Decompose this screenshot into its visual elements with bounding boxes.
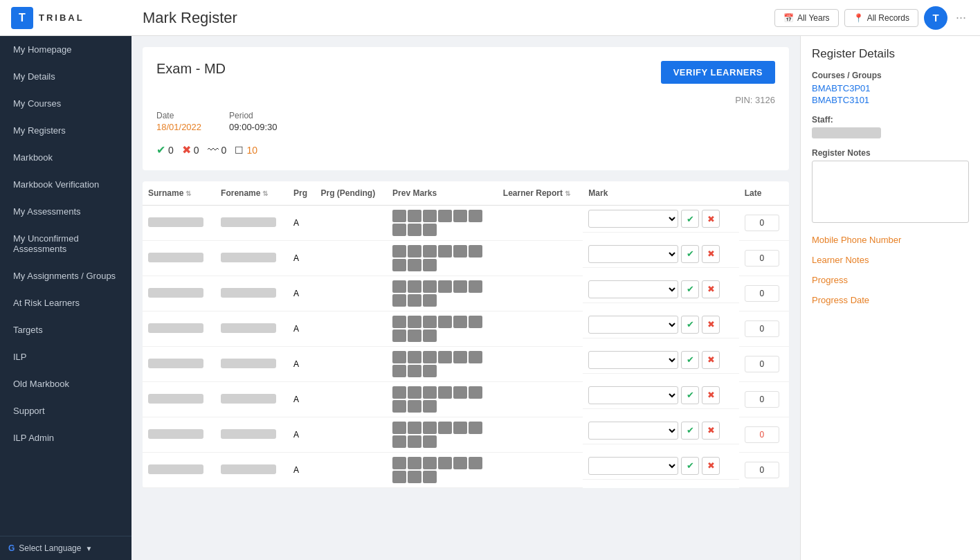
col-learner-report[interactable]: Learner Report: [498, 181, 583, 206]
late-input[interactable]: [745, 462, 779, 478]
prev-mark-box: [392, 210, 406, 222]
mark-cross-button[interactable]: ✖: [702, 245, 720, 263]
prev-mark-box: [469, 210, 482, 222]
more-menu-button[interactable]: ···: [953, 10, 969, 25]
mark-cross-button[interactable]: ✖: [702, 422, 720, 440]
sidebar-item-ilp[interactable]: ILP: [0, 343, 131, 370]
sidebar-item-markbook[interactable]: Markbook: [0, 144, 131, 171]
cell-learner-report: [498, 382, 583, 417]
cell-prg: A: [288, 311, 315, 347]
prev-mark-box: [392, 329, 406, 342]
register-notes-textarea[interactable]: [812, 161, 969, 223]
sidebar-item-details[interactable]: My Details: [0, 63, 131, 90]
sidebar-item-homepage[interactable]: My Homepage: [0, 36, 131, 63]
cell-mark: APLEN✔✖: [583, 347, 738, 374]
mark-select[interactable]: APLEN: [588, 351, 678, 369]
cell-prg-pending: [316, 417, 388, 453]
dropdown-arrow-icon: ▼: [85, 545, 92, 552]
progress-date-link[interactable]: Progress Date: [812, 295, 969, 305]
progress-link[interactable]: Progress: [812, 275, 969, 285]
sidebar-item-markbook-verification[interactable]: Markbook Verification: [0, 171, 131, 198]
prev-mark-box: [453, 245, 467, 258]
google-icon: G: [8, 543, 15, 553]
sidebar-item-assignments-groups[interactable]: My Assignments / Groups: [0, 262, 131, 289]
mark-tick-button[interactable]: ✔: [681, 210, 699, 228]
mark-select[interactable]: APLEN: [588, 316, 678, 334]
sidebar-item-unconfirmed-assessments[interactable]: My Unconfirmed Assessments: [0, 225, 131, 262]
mark-tick-button[interactable]: ✔: [681, 457, 699, 475]
main-layout: My Homepage My Details My Courses My Reg…: [0, 36, 980, 560]
mark-select[interactable]: APLEN: [588, 422, 678, 440]
cell-prg-pending: [316, 276, 388, 311]
prev-mark-box: [392, 245, 406, 258]
mark-tick-button[interactable]: ✔: [681, 280, 699, 298]
late-input[interactable]: [745, 320, 779, 337]
late-input[interactable]: [745, 426, 779, 443]
table-row: AAPLEN✔✖: [143, 453, 789, 488]
mark-select[interactable]: APLEN: [588, 457, 678, 475]
mark-cross-button[interactable]: ✖: [702, 210, 720, 228]
sidebar-item-registers[interactable]: My Registers: [0, 117, 131, 144]
mark-cross-button[interactable]: ✖: [702, 316, 720, 334]
sidebar-item-targets[interactable]: Targets: [0, 316, 131, 343]
pin-icon: 📍: [853, 13, 864, 23]
mark-tick-button[interactable]: ✔: [681, 386, 699, 404]
all-years-button[interactable]: 📅 All Years: [774, 9, 839, 27]
surname-blurred: [148, 359, 203, 368]
mark-cross-button[interactable]: ✖: [702, 280, 720, 298]
course2-link[interactable]: BMABTC3101: [812, 95, 969, 105]
col-forename[interactable]: Forename: [215, 181, 288, 206]
cell-prg-pending: [316, 311, 388, 347]
avatar[interactable]: T: [924, 6, 947, 30]
prev-mark-box: [438, 210, 452, 222]
course1-link[interactable]: BMABTC3P01: [812, 83, 969, 93]
surname-blurred: [148, 217, 203, 227]
cross-count: 0: [194, 145, 199, 156]
sidebar-item-support[interactable]: Support: [0, 397, 131, 424]
mark-select[interactable]: APLEN: [588, 386, 678, 404]
late-input[interactable]: [745, 391, 779, 408]
prev-mark-box: [453, 386, 467, 399]
mark-cross-button[interactable]: ✖: [702, 386, 720, 404]
prev-mark-box: [423, 329, 437, 342]
sidebar-item-assessments[interactable]: My Assessments: [0, 198, 131, 225]
verify-learners-button[interactable]: VERIFY LEARNERS: [661, 61, 775, 84]
prev-mark-box: [453, 210, 467, 222]
prev-mark-box: [408, 471, 421, 483]
late-input[interactable]: [745, 356, 779, 372]
mark-cross-button[interactable]: ✖: [702, 457, 720, 475]
sidebar-item-old-markbook[interactable]: Old Markbook: [0, 370, 131, 397]
table-row: AAPLEN✔✖: [143, 382, 789, 417]
mark-tick-button[interactable]: ✔: [681, 422, 699, 440]
logo-box: T: [11, 7, 33, 29]
sidebar-footer[interactable]: G Select Language ▼: [0, 536, 131, 560]
learner-notes-link[interactable]: Learner Notes: [812, 255, 969, 265]
mark-select[interactable]: APLEN: [588, 245, 678, 263]
sidebar-item-ilp-admin[interactable]: ILP Admin: [0, 424, 131, 451]
mark-select[interactable]: APLEN: [588, 210, 678, 228]
register-notes-label: Register Notes: [812, 148, 969, 158]
cell-forename: [215, 276, 288, 311]
courses-groups-section: Courses / Groups BMABTC3P01 BMABTC3101: [812, 71, 969, 105]
prev-mark-box: [438, 316, 452, 328]
mark-select[interactable]: APLEN: [588, 280, 678, 298]
sidebar-item-at-risk[interactable]: At Risk Learners: [0, 289, 131, 316]
logo-name: TRIBAL: [39, 12, 84, 23]
sidebar: My Homepage My Details My Courses My Reg…: [0, 36, 131, 560]
square-icon: ☐: [235, 145, 244, 156]
mark-tick-button[interactable]: ✔: [681, 316, 699, 334]
late-input[interactable]: [745, 215, 779, 231]
mark-tick-button[interactable]: ✔: [681, 351, 699, 369]
surname-blurred: [148, 394, 203, 404]
late-input[interactable]: [745, 250, 779, 267]
period-value: 09:00-09:30: [229, 122, 277, 132]
all-records-button[interactable]: 📍 All Records: [844, 9, 918, 27]
cell-prg: A: [288, 276, 315, 311]
mobile-phone-link[interactable]: Mobile Phone Number: [812, 235, 969, 245]
mark-cross-button[interactable]: ✖: [702, 351, 720, 369]
mark-tick-button[interactable]: ✔: [681, 245, 699, 263]
col-surname[interactable]: Surname: [143, 181, 215, 206]
prev-mark-box: [423, 316, 437, 328]
sidebar-item-courses[interactable]: My Courses: [0, 90, 131, 117]
late-input[interactable]: [745, 285, 779, 302]
